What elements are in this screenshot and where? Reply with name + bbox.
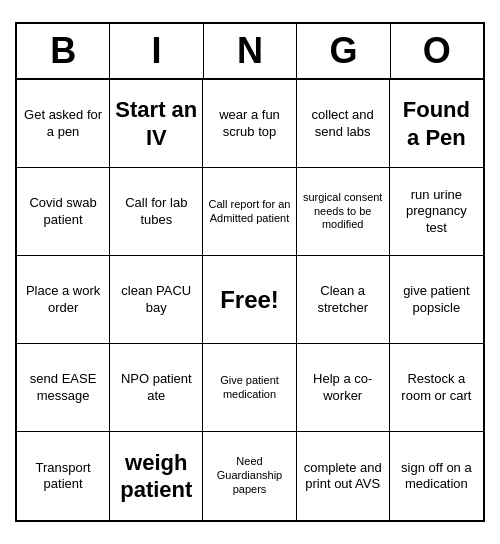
bingo-cell-0: Get asked for a pen bbox=[17, 80, 110, 168]
header-letter-N: N bbox=[204, 24, 297, 78]
bingo-cell-24: sign off on a medication bbox=[390, 432, 483, 520]
bingo-cell-21: weigh patient bbox=[110, 432, 203, 520]
bingo-cell-10: Place a work order bbox=[17, 256, 110, 344]
bingo-cell-4: Found a Pen bbox=[390, 80, 483, 168]
bingo-cell-8: surgical consent needs to be modified bbox=[297, 168, 390, 256]
header-letter-B: B bbox=[17, 24, 110, 78]
bingo-header: BINGO bbox=[17, 24, 483, 80]
bingo-cell-12: Free! bbox=[203, 256, 296, 344]
bingo-cell-19: Restock a room or cart bbox=[390, 344, 483, 432]
bingo-cell-11: clean PACU bay bbox=[110, 256, 203, 344]
bingo-cell-15: send EASE message bbox=[17, 344, 110, 432]
bingo-cell-13: Clean a stretcher bbox=[297, 256, 390, 344]
bingo-cell-22: Need Guardianship papers bbox=[203, 432, 296, 520]
bingo-grid: Get asked for a penStart an IVwear a fun… bbox=[17, 80, 483, 520]
bingo-cell-1: Start an IV bbox=[110, 80, 203, 168]
bingo-cell-23: complete and print out AVS bbox=[297, 432, 390, 520]
bingo-cell-7: Call report for an Admitted patient bbox=[203, 168, 296, 256]
bingo-cell-6: Call for lab tubes bbox=[110, 168, 203, 256]
bingo-cell-17: Give patient medication bbox=[203, 344, 296, 432]
bingo-card: BINGO Get asked for a penStart an IVwear… bbox=[15, 22, 485, 522]
bingo-cell-5: Covid swab patient bbox=[17, 168, 110, 256]
bingo-cell-3: collect and send labs bbox=[297, 80, 390, 168]
header-letter-G: G bbox=[297, 24, 390, 78]
bingo-cell-16: NPO patient ate bbox=[110, 344, 203, 432]
bingo-cell-2: wear a fun scrub top bbox=[203, 80, 296, 168]
header-letter-O: O bbox=[391, 24, 483, 78]
bingo-cell-18: Help a co-worker bbox=[297, 344, 390, 432]
bingo-cell-9: run urine pregnancy test bbox=[390, 168, 483, 256]
header-letter-I: I bbox=[110, 24, 203, 78]
bingo-cell-20: Transport patient bbox=[17, 432, 110, 520]
bingo-cell-14: give patient popsicle bbox=[390, 256, 483, 344]
